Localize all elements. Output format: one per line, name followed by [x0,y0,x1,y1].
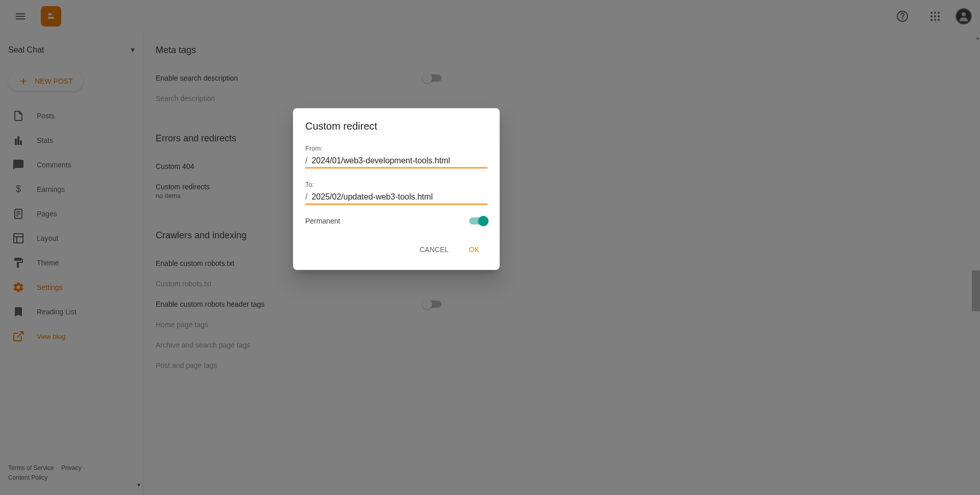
to-label: To: [305,181,487,188]
from-label: From: [305,144,487,152]
permanent-toggle[interactable] [469,217,487,225]
ok-button[interactable]: OK [461,241,487,258]
permanent-label: Permanent [305,217,340,225]
to-input[interactable] [311,192,487,202]
cancel-button[interactable]: CANCEL [411,241,457,258]
from-input[interactable] [311,156,487,165]
from-prefix: / [305,156,307,165]
dialog-title: Custom redirect [305,120,487,132]
to-prefix: / [305,192,307,202]
custom-redirect-dialog: Custom redirect From: / To: / Permanent … [293,108,500,270]
